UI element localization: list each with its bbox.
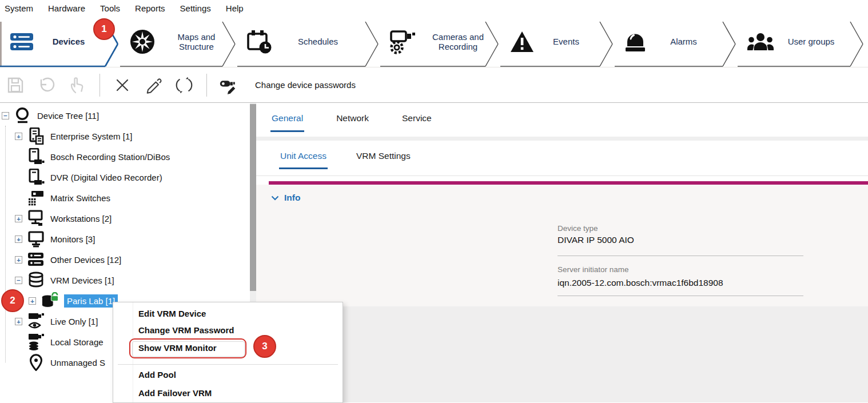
subtab-divider-line (256, 175, 868, 176)
change-device-passwords-label[interactable]: Change device passwords (255, 80, 356, 90)
field-underline (558, 256, 803, 256)
tab-maps-label: Maps and Structure (161, 32, 232, 52)
tree-item-label[interactable]: Workstations [2] (50, 214, 112, 224)
menu-reports[interactable]: Reports (135, 3, 165, 13)
workstation-icon (27, 210, 45, 227)
tab-unit-access[interactable]: Unit Access (279, 147, 328, 169)
tree-item-bosch-recording-station[interactable]: Bosch Recording Station/DiBos (0, 146, 250, 167)
tab-maps-and-structure[interactable]: Maps and Structure (120, 16, 237, 67)
tree-item-label[interactable]: Enterprise System [1] (50, 131, 132, 141)
sub-tabs: Unit Access VRM Settings (279, 147, 412, 169)
tree-item-label[interactable]: DVR (Digital Video Recorder) (50, 173, 162, 182)
devices-icon (9, 32, 34, 51)
tree-item-label[interactable]: VRM Devices [1] (50, 276, 114, 285)
toolbar-separator (99, 74, 100, 97)
tab-network[interactable]: Network (335, 110, 370, 132)
tab-schedules-label: Schedules (273, 37, 380, 46)
collapse-toggle[interactable] (15, 277, 22, 284)
vrm-context-menu: Edit VRM Device Change VRM Password Show… (113, 302, 343, 403)
toolbar-separator (206, 74, 207, 97)
tree-item-label[interactable]: Monitors [3] (50, 234, 95, 244)
dvr-icon (27, 169, 45, 186)
tree-item-label[interactable]: Paris Lab [1] (64, 294, 118, 308)
tree-item-other-devices[interactable]: Other Devices [12] (0, 249, 250, 270)
server-initiator-value: iqn.2005-12.com.bosch:vrmac1f6bd18908 (558, 278, 723, 288)
vrm-database-icon (27, 272, 45, 289)
tab-alarms[interactable]: Alarms (615, 16, 738, 67)
collapse-toggle[interactable] (2, 112, 9, 119)
menu-settings[interactable]: Settings (180, 3, 211, 13)
menu-help[interactable]: Help (226, 3, 244, 13)
tree-item-label[interactable]: Other Devices [12] (50, 255, 121, 265)
vrm-settings-panel: General Network Service Unit Access VRM … (256, 103, 868, 402)
expand-toggle[interactable] (15, 133, 22, 140)
save-icon[interactable] (6, 75, 25, 95)
menu-system[interactable]: System (5, 3, 33, 13)
menu-item-edit-vrm-device[interactable]: Edit VRM Device (138, 308, 206, 320)
tab-events[interactable]: Events (500, 16, 615, 67)
delete-icon[interactable] (113, 75, 132, 95)
cameras-recording-icon (389, 29, 416, 55)
tree-item-device-tree[interactable]: Device Tree [11] (0, 105, 250, 126)
tab-vrm-settings[interactable]: VRM Settings (355, 147, 412, 169)
alarms-icon (624, 30, 647, 53)
tree-scrollbar-thumb[interactable] (250, 104, 256, 291)
info-section-header[interactable]: Info (271, 193, 300, 203)
tab-cameras-and-recording[interactable]: Cameras and Recording (380, 16, 500, 67)
tab-schedules[interactable]: Schedules (237, 16, 380, 67)
tab-general[interactable]: General (270, 110, 304, 132)
tab-service[interactable]: Service (401, 110, 433, 132)
recording-station-icon (27, 148, 45, 165)
tree-item-label[interactable]: Unmanaged S (50, 358, 105, 368)
lower-background (256, 306, 868, 402)
menu-item-add-failover-vrm[interactable]: Add Failover VRM (138, 387, 212, 400)
monitor-icon (27, 230, 45, 248)
reload-icon[interactable] (174, 75, 194, 95)
tree-item-dvr[interactable]: DVR (Digital Video Recorder) (0, 167, 250, 187)
tab-user-groups[interactable]: User groups (738, 16, 865, 67)
menu-bar: System Hardware Tools Reports Settings H… (0, 0, 868, 16)
tree-item-label[interactable]: Live Only [1] (50, 317, 98, 326)
content-background (256, 185, 868, 306)
menu-item-change-vrm-password[interactable]: Change VRM Password (138, 324, 234, 337)
activate-hand-icon[interactable] (67, 75, 87, 95)
info-section-title: Info (284, 193, 300, 203)
expand-toggle[interactable] (15, 236, 22, 243)
tree-item-label[interactable]: Device Tree [11] (37, 111, 99, 121)
section-accent-bar (269, 181, 868, 185)
tree-item-vrm-devices[interactable]: VRM Devices [1] (0, 270, 250, 290)
menu-tools[interactable]: Tools (100, 3, 120, 13)
tab-alarms-label: Alarms (647, 37, 738, 46)
annotation-badge-3: 3 (253, 335, 276, 358)
tree-item-label[interactable]: Local Storage (50, 337, 103, 347)
menu-item-add-pool[interactable]: Add Pool (138, 369, 176, 381)
expand-toggle[interactable] (15, 318, 22, 325)
main-tabs: General Network Service (270, 110, 433, 132)
undo-icon[interactable] (37, 75, 56, 95)
tree-item-label[interactable]: Bosch Recording Station/DiBos (50, 152, 170, 162)
tree-item-matrix-switches[interactable]: Matrix Switches (0, 187, 250, 208)
device-type-label: Device type (558, 224, 598, 233)
workflow-tabstrip: Devices Maps and Structure Schedules (0, 16, 868, 67)
tree-item-monitors[interactable]: Monitors [3] (0, 229, 250, 249)
tree-item-label[interactable]: Matrix Switches (50, 193, 110, 203)
expand-toggle[interactable] (29, 297, 36, 305)
field-underline (558, 296, 803, 296)
expand-toggle[interactable] (15, 215, 22, 222)
maps-structure-icon (129, 29, 156, 55)
tree-item-enterprise-system[interactable]: Enterprise System [1] (0, 126, 250, 146)
tab-user-groups-label: User groups (774, 37, 865, 46)
server-initiator-label: Server initiator name (558, 265, 629, 274)
tree-item-workstations[interactable]: Workstations [2] (0, 208, 250, 229)
enterprise-server-icon (27, 127, 45, 145)
expand-toggle[interactable] (15, 256, 22, 264)
tab-events-label: Events (535, 37, 615, 46)
system-icon (14, 107, 31, 124)
other-devices-icon (27, 251, 45, 268)
menu-hardware[interactable]: Hardware (48, 3, 85, 13)
matrix-switch-icon (27, 189, 45, 206)
edit-pencil-icon[interactable] (144, 75, 163, 95)
tab-cameras-label: Cameras and Recording (423, 32, 493, 52)
change-passwords-key-icon[interactable] (220, 75, 239, 95)
context-menu-separator (118, 364, 338, 365)
